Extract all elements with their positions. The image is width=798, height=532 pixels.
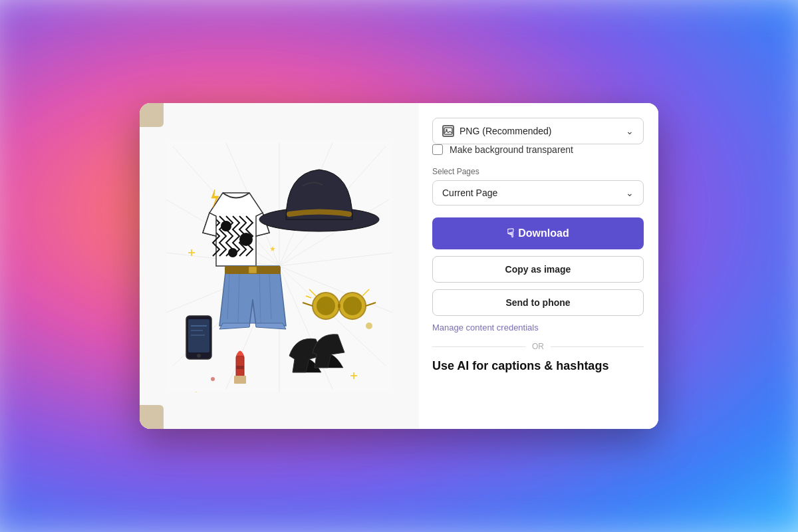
format-label: PNG (Recommended)	[460, 126, 552, 136]
corner-tab-bottom-left	[140, 405, 164, 429]
manage-credentials-link[interactable]: Manage content credentials	[432, 323, 644, 332]
send-label: Send to phone	[505, 297, 570, 308]
corner-tab-top-left	[140, 103, 164, 127]
or-text: OR	[532, 342, 544, 351]
download-modal: PNG (Recommended) ⌄ Make background tran…	[140, 103, 658, 429]
cursor-icon: ☟	[507, 226, 514, 241]
controls-panel: PNG (Recommended) ⌄ Make background tran…	[419, 103, 658, 429]
svg-rect-47	[234, 376, 246, 384]
format-dropdown[interactable]: PNG (Recommended) ⌄	[432, 118, 644, 144]
svg-point-54	[260, 317, 265, 322]
svg-point-31	[343, 297, 362, 315]
format-chevron-icon: ⌄	[626, 126, 634, 136]
svg-rect-35	[338, 304, 340, 308]
manage-link-label: Manage content credentials	[432, 323, 539, 332]
svg-rect-57	[444, 128, 452, 134]
select-pages-label: Select Pages	[432, 167, 644, 176]
svg-point-18	[239, 233, 253, 246]
background-checkbox-label: Make background transparent	[450, 144, 573, 155]
copy-as-image-button[interactable]: Copy as image	[432, 256, 644, 283]
svg-rect-46	[236, 366, 244, 369]
download-label: Download	[518, 227, 569, 239]
svg-point-17	[221, 221, 231, 231]
download-button[interactable]: ☟ Download	[432, 217, 644, 249]
svg-point-29	[317, 297, 335, 315]
pages-dropdown[interactable]: Current Page ⌄	[432, 180, 644, 205]
image-format-icon	[442, 125, 454, 137]
or-divider: OR	[432, 342, 644, 351]
pages-chevron-icon: ⌄	[626, 188, 634, 198]
ai-caption-text: Use AI for captions & hashtags	[432, 359, 644, 373]
svg-point-19	[228, 248, 237, 257]
send-to-phone-button[interactable]: Send to phone	[432, 289, 644, 316]
svg-point-55	[366, 323, 372, 329]
image-panel	[140, 103, 419, 429]
svg-point-56	[211, 377, 215, 381]
fashion-illustration	[166, 140, 392, 392]
svg-rect-27	[249, 267, 257, 273]
pages-current-value: Current Page	[442, 188, 497, 198]
background-checkbox-row: Make background transparent	[432, 144, 644, 155]
svg-point-41	[197, 354, 201, 358]
select-pages-section: Select Pages Current Page ⌄	[432, 167, 644, 217]
svg-rect-40	[188, 319, 209, 352]
or-line-left	[432, 346, 525, 347]
or-line-right	[551, 346, 644, 347]
background-checkbox[interactable]	[432, 144, 443, 155]
copy-label: Copy as image	[505, 264, 571, 275]
